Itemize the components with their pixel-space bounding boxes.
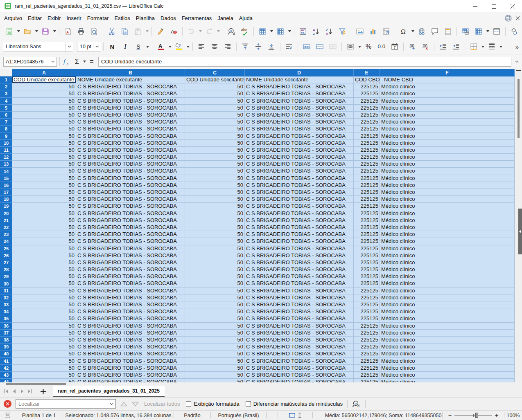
cell-F37[interactable]: Médico clínico (380, 330, 515, 337)
delete-decimal-icon[interactable]: .00 (419, 41, 432, 52)
open-file-icon[interactable] (21, 26, 34, 37)
undo-dropdown-icon[interactable] (198, 26, 203, 37)
cell-F42[interactable]: Médico clínico (380, 365, 515, 372)
vertical-scrollbar-thumb[interactable] (517, 79, 520, 138)
cell-F28[interactable]: Médico clínico (380, 266, 515, 273)
cell-C1[interactable]: COD Unidade solicitante (185, 76, 245, 83)
insert-rows-dropdown-icon[interactable] (269, 26, 274, 37)
cell-E43[interactable]: 225125 (354, 372, 380, 379)
borders-dropdown-icon[interactable] (480, 41, 485, 52)
cell-A35[interactable]: 50 (12, 315, 76, 322)
cell-C43[interactable]: 50 (185, 372, 245, 379)
cell-A20[interactable]: 50 (12, 210, 76, 217)
cell-F35[interactable]: Médico clínico (380, 315, 515, 322)
cell-B25[interactable]: C S BRIGADEIRO TOBIAS - SOROCABA (76, 245, 185, 252)
cell-B41[interactable]: C S BRIGADEIRO TOBIAS - SOROCABA (76, 358, 185, 365)
match-case-checkbox[interactable]: Diferenciar maiúsculas de minúsculas (246, 401, 343, 407)
row-header-39[interactable]: 39 (0, 344, 12, 350)
cell-F5[interactable]: Médico clínico (380, 105, 515, 112)
selection-mode-status[interactable] (278, 413, 312, 418)
sheet-tab[interactable]: ram_rel_pacientes_agendados_31_01_2025 (53, 386, 165, 397)
cell-D26[interactable]: C S BRIGADEIRO TOBIAS - SOROCABA (245, 252, 354, 259)
cell-A9[interactable]: 50 (12, 133, 76, 140)
cell-C11[interactable]: 50 (185, 147, 245, 154)
draw-functions-icon[interactable] (508, 26, 521, 37)
cell-C9[interactable]: 50 (185, 133, 245, 140)
clear-formatting-icon[interactable]: A (167, 26, 180, 37)
cell-D11[interactable]: C S BRIGADEIRO TOBIAS - SOROCABA (245, 147, 354, 154)
previous-sheet-icon[interactable] (10, 387, 18, 395)
row-header-29[interactable]: 29 (0, 273, 12, 280)
pivot-table-icon[interactable] (380, 26, 393, 37)
find-next-icon[interactable] (132, 402, 139, 407)
cell-E11[interactable]: 225125 (354, 147, 380, 154)
cell-E44[interactable]: 225125 (354, 379, 380, 382)
page-style-status[interactable]: Padrão (174, 413, 210, 418)
cell-D44[interactable]: C S BRIGADEIRO TOBIAS - SOROCABA (245, 379, 354, 382)
zoom-slider[interactable]: − + (443, 412, 504, 419)
row-header-31[interactable]: 31 (0, 287, 12, 294)
cell-D32[interactable]: C S BRIGADEIRO TOBIAS - SOROCABA (245, 294, 354, 301)
cell-D28[interactable]: C S BRIGADEIRO TOBIAS - SOROCABA (245, 266, 354, 273)
cell-B17[interactable]: C S BRIGADEIRO TOBIAS - SOROCABA (76, 189, 185, 196)
new-document-dropdown-icon[interactable] (16, 26, 21, 37)
cell-C18[interactable]: 50 (185, 196, 245, 203)
cell-D18[interactable]: C S BRIGADEIRO TOBIAS - SOROCABA (245, 196, 354, 203)
row-header-9[interactable]: 9 (0, 133, 12, 140)
cell-E19[interactable]: 225125 (354, 203, 380, 210)
zoom-level[interactable]: 100% (504, 413, 522, 418)
cell-A40[interactable]: 50 (12, 350, 76, 357)
cell-C32[interactable]: 50 (185, 294, 245, 301)
libreoffice-globe-icon[interactable] (505, 15, 512, 22)
cell-B18[interactable]: C S BRIGADEIRO TOBIAS - SOROCABA (76, 196, 185, 203)
close-find-bar-icon[interactable] (4, 400, 11, 408)
border-style-icon[interactable] (485, 41, 498, 52)
cell-C4[interactable]: 50 (185, 98, 245, 105)
sort-ascending-icon[interactable]: AZ (310, 26, 323, 37)
cell-F7[interactable]: Médico clínico (380, 119, 515, 126)
row-header-3[interactable]: 3 (0, 90, 12, 97)
cell-B39[interactable]: C S BRIGADEIRO TOBIAS - SOROCABA (76, 344, 185, 350)
cell-D40[interactable]: C S BRIGADEIRO TOBIAS - SOROCABA (245, 350, 354, 357)
cell-E21[interactable]: 225125 (354, 217, 380, 224)
cell-A34[interactable]: 50 (12, 308, 76, 315)
minimize-button[interactable] (466, 0, 484, 12)
cell-C27[interactable]: 50 (185, 259, 245, 266)
row-header-42[interactable]: 42 (0, 365, 12, 372)
cell-D6[interactable]: C S BRIGADEIRO TOBIAS - SOROCABA (245, 112, 354, 119)
cell-D24[interactable]: C S BRIGADEIRO TOBIAS - SOROCABA (245, 238, 354, 245)
cell-F25[interactable]: Médico clínico (380, 245, 515, 252)
font-color-dropdown-icon[interactable] (167, 41, 172, 52)
cell-C30[interactable]: 50 (185, 280, 245, 287)
menu-estilos[interactable]: Estilos (111, 14, 133, 22)
cell-E25[interactable]: 225125 (354, 245, 380, 252)
cell-E27[interactable]: 225125 (354, 259, 380, 266)
cell-D2[interactable]: C S BRIGADEIRO TOBIAS - SOROCABA (245, 83, 354, 90)
cell-D17[interactable]: C S BRIGADEIRO TOBIAS - SOROCABA (245, 189, 354, 196)
cell-F27[interactable]: Médico clínico (380, 259, 515, 266)
row-header-43[interactable]: 43 (0, 372, 12, 379)
cell-C39[interactable]: 50 (185, 344, 245, 350)
paste-icon[interactable] (131, 26, 145, 37)
align-center-icon[interactable] (208, 41, 221, 52)
cell-B4[interactable]: C S BRIGADEIRO TOBIAS - SOROCABA (76, 98, 185, 105)
cell-F24[interactable]: Médico clínico (380, 238, 515, 245)
cell-C12[interactable]: 50 (185, 154, 245, 161)
bold-icon[interactable]: N (106, 41, 119, 52)
row-header-32[interactable]: 32 (0, 294, 12, 301)
cell-E14[interactable]: 225125 (354, 168, 380, 175)
currency-icon[interactable] (344, 41, 357, 52)
cell-F18[interactable]: Médico clínico (380, 196, 515, 203)
cell-A16[interactable]: 50 (12, 182, 76, 189)
cell-E6[interactable]: 225125 (354, 112, 380, 119)
cell-E15[interactable]: 225125 (354, 175, 380, 182)
cell-F29[interactable]: Médico clínico (380, 273, 515, 280)
row-header-17[interactable]: 17 (0, 189, 12, 196)
row-header-19[interactable]: 19 (0, 203, 12, 210)
row-header-28[interactable]: 28 (0, 266, 12, 273)
expand-formula-bar-icon[interactable] (511, 61, 522, 63)
cell-E34[interactable]: 225125 (354, 308, 380, 315)
align-bottom-icon[interactable] (265, 41, 278, 52)
cell-C22[interactable]: 50 (185, 224, 245, 231)
cell-D7[interactable]: C S BRIGADEIRO TOBIAS - SOROCABA (245, 119, 354, 126)
